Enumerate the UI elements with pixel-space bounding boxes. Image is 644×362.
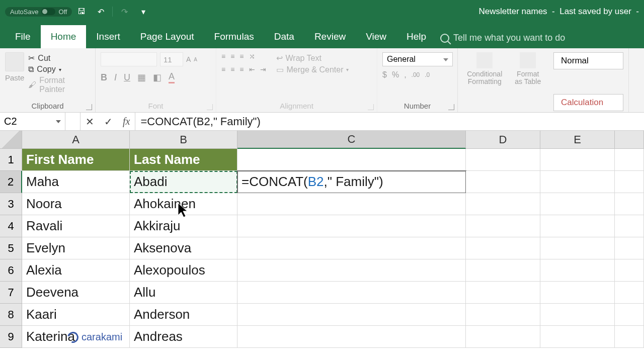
dialog-launcher-icon[interactable] xyxy=(86,104,92,110)
select-all-corner[interactable] xyxy=(0,131,22,149)
align-top-icon[interactable]: ≡ xyxy=(221,52,225,60)
cell-B7[interactable]: Allu xyxy=(130,282,237,304)
cell-A8[interactable]: Kaari xyxy=(22,304,130,326)
autosave-toggle[interactable]: AutoSave Off xyxy=(5,7,72,17)
col-header-C[interactable]: C xyxy=(237,131,466,149)
cell-D7[interactable] xyxy=(466,282,540,304)
cell-A4[interactable]: Ravali xyxy=(22,215,130,237)
dialog-launcher-icon[interactable] xyxy=(448,104,454,110)
tab-insert[interactable]: Insert xyxy=(86,25,130,48)
align-right-icon[interactable]: ≡ xyxy=(239,65,244,73)
cell-styles-gallery[interactable]: Normal Calculation xyxy=(548,48,629,112)
col-header-A[interactable]: A xyxy=(22,131,130,149)
font-color-button[interactable]: A xyxy=(169,71,175,83)
cell-D3[interactable] xyxy=(466,193,540,215)
cell-E3[interactable] xyxy=(540,193,615,215)
increase-decimal-icon[interactable]: .00 xyxy=(412,71,420,78)
tab-formulas[interactable]: Formulas xyxy=(204,25,264,48)
row-header-5[interactable]: 5 xyxy=(0,237,22,259)
cell-B3[interactable]: Ahokainen xyxy=(130,193,237,215)
cell-E7[interactable] xyxy=(540,282,615,304)
col-header-E[interactable]: E xyxy=(540,131,615,149)
tab-help[interactable]: Help xyxy=(396,25,436,48)
italic-button[interactable]: I xyxy=(114,72,117,83)
row-header-8[interactable]: 8 xyxy=(0,304,22,326)
copy-button[interactable]: ⧉Copy▾ xyxy=(28,64,90,75)
row-header-2[interactable]: 2 xyxy=(0,171,22,193)
font-name-dropdown[interactable] xyxy=(101,52,157,66)
paste-button[interactable]: Paste xyxy=(5,52,24,82)
cell-D9[interactable] xyxy=(466,326,540,348)
spreadsheet-grid[interactable]: A B C D E 1 First Name Last Name 2 Maha … xyxy=(0,131,644,348)
orientation-icon[interactable]: ⤭ xyxy=(249,52,255,60)
undo-icon[interactable]: ↶ xyxy=(95,6,106,17)
align-middle-icon[interactable]: ≡ xyxy=(230,52,234,60)
save-icon[interactable]: 🖫 xyxy=(76,6,87,17)
cell-A6[interactable]: Alexia xyxy=(22,259,130,282)
cell-D6[interactable] xyxy=(466,259,540,282)
cell-D8[interactable] xyxy=(466,304,540,326)
cell-E5[interactable] xyxy=(540,237,615,259)
font-size-dropdown[interactable]: 11 xyxy=(160,52,183,66)
row-header-6[interactable]: 6 xyxy=(0,259,22,282)
cell-A5[interactable]: Evelyn xyxy=(22,237,130,259)
redo-icon[interactable]: ↷ xyxy=(119,6,130,17)
cell-F8[interactable] xyxy=(615,304,644,326)
cell-F5[interactable] xyxy=(615,237,644,259)
decrease-font-icon[interactable]: A xyxy=(194,57,197,62)
row-header-3[interactable]: 3 xyxy=(0,193,22,215)
cell-E1[interactable] xyxy=(540,149,615,171)
comma-button[interactable]: , xyxy=(404,70,406,79)
cell-A2[interactable]: Maha xyxy=(22,171,130,193)
cell-B5[interactable]: Aksenova xyxy=(130,237,237,259)
cell-C4[interactable] xyxy=(237,215,466,237)
cell-B4[interactable]: Akkiraju xyxy=(130,215,237,237)
cell-D1[interactable] xyxy=(466,149,540,171)
cut-button[interactable]: ✂Cut xyxy=(28,52,90,64)
align-left-icon[interactable]: ≡ xyxy=(221,65,225,73)
cell-C9[interactable] xyxy=(237,326,466,348)
cell-E9[interactable] xyxy=(540,326,615,348)
row-header-9[interactable]: 9 xyxy=(0,326,22,348)
cell-A1[interactable]: First Name xyxy=(22,149,130,171)
col-header-D[interactable]: D xyxy=(466,131,540,149)
cell-C2[interactable]: =CONCAT(B2," Family") xyxy=(237,171,466,193)
format-painter-button[interactable]: 🖌Format Painter xyxy=(28,75,90,95)
number-format-dropdown[interactable]: General xyxy=(382,52,453,66)
cell-F1[interactable] xyxy=(615,149,644,171)
cell-C6[interactable] xyxy=(237,259,466,282)
row-header-1[interactable]: 1 xyxy=(0,149,22,171)
tab-review[interactable]: Review xyxy=(304,25,356,48)
wrap-text-button[interactable]: ↩Wrap Text xyxy=(276,52,349,64)
cell-B9[interactable]: Andreas xyxy=(130,326,237,348)
fill-color-button[interactable]: ◧ xyxy=(153,72,162,83)
cell-E8[interactable] xyxy=(540,304,615,326)
underline-button[interactable]: U xyxy=(124,72,130,83)
cell-B8[interactable]: Anderson xyxy=(130,304,237,326)
cell-F6[interactable] xyxy=(615,259,644,282)
cell-D2[interactable] xyxy=(466,171,540,193)
conditional-formatting-button[interactable]: Conditional Formatting xyxy=(463,52,507,86)
merge-center-button[interactable]: ▭Merge & Center▾ xyxy=(276,64,349,75)
cell-F4[interactable] xyxy=(615,215,644,237)
cell-F9[interactable] xyxy=(615,326,644,348)
bold-button[interactable]: B xyxy=(101,72,107,83)
tab-data[interactable]: Data xyxy=(264,25,304,48)
cell-D4[interactable] xyxy=(466,215,540,237)
accounting-button[interactable]: $ xyxy=(382,70,387,79)
cell-F3[interactable] xyxy=(615,193,644,215)
tab-home[interactable]: Home xyxy=(41,25,87,48)
percent-button[interactable]: % xyxy=(392,70,399,79)
tell-me-search[interactable]: Tell me what you want to do xyxy=(440,33,565,48)
cell-A3[interactable]: Noora xyxy=(22,193,130,215)
border-button[interactable]: ▦ xyxy=(137,72,146,83)
cell-F2[interactable] xyxy=(615,171,644,193)
formula-bar[interactable]: =CONCAT(B2," Family") xyxy=(135,113,644,130)
fx-icon[interactable]: fx xyxy=(123,116,130,127)
align-bottom-icon[interactable]: ≡ xyxy=(239,52,244,60)
row-header-7[interactable]: 7 xyxy=(0,282,22,304)
row-header-4[interactable]: 4 xyxy=(0,215,22,237)
format-as-table-button[interactable]: Format as Table xyxy=(513,52,543,86)
tab-file[interactable]: File xyxy=(5,25,41,48)
tab-page-layout[interactable]: Page Layout xyxy=(130,25,204,48)
